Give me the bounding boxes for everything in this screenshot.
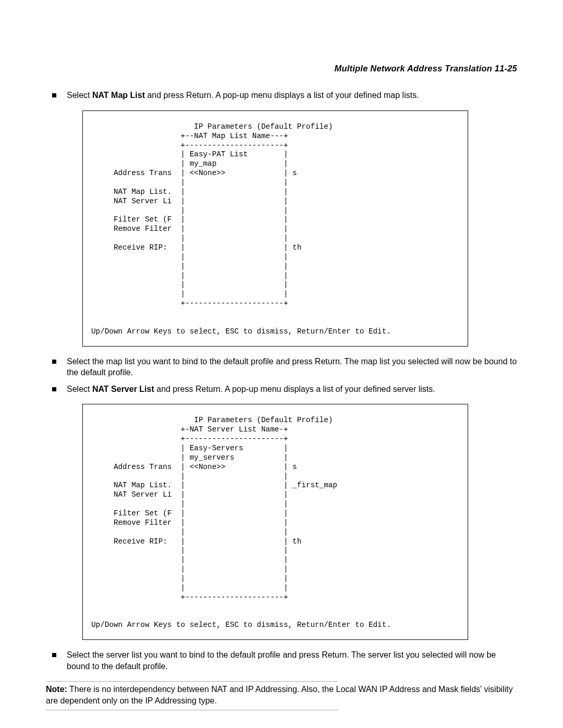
note-rule-bottom — [46, 710, 338, 710]
bullet-text-post: and press Return. A pop-up menu displays… — [154, 385, 435, 393]
note-rule-top — [46, 681, 338, 682]
bullet-list-1: Select NAT Map List and press Return. A … — [46, 90, 517, 101]
note-block: Note: There is no interdependency betwee… — [46, 684, 517, 706]
bullet-text-pre: Select — [67, 385, 92, 393]
bullet-text-pre: Select — [67, 91, 92, 100]
bullet-text: Select the server list you want to bind … — [67, 650, 496, 671]
bullet-item: Select the server list you want to bind … — [46, 649, 517, 672]
bullet-text-bold: NAT Server List — [92, 385, 154, 393]
header-title: Multiple Network Address Translation 11-… — [335, 64, 517, 73]
bullet-text: Select the map list you want to bind to … — [67, 357, 517, 377]
bullet-list-3: Select the server list you want to bind … — [46, 649, 517, 672]
page-container: Multiple Network Address Translation 11-… — [0, 0, 563, 728]
terminal-screenshot-1: IP Parameters (Default Profile) +--NAT M… — [82, 110, 468, 347]
bullet-item: Select the map list you want to bind to … — [46, 356, 517, 378]
page-header: Multiple Network Address Translation 11-… — [46, 63, 517, 74]
note-text: There is no interdependency between NAT … — [46, 685, 513, 705]
bullet-item: Select NAT Server List and press Return.… — [46, 384, 517, 395]
terminal-content: IP Parameters (Default Profile) +--NAT M… — [91, 122, 459, 337]
bullet-text-bold: NAT Map List — [92, 91, 145, 100]
bullet-list-2: Select the map list you want to bind to … — [46, 356, 517, 395]
terminal-content: IP Parameters (Default Profile) +-NAT Se… — [91, 416, 459, 630]
bullet-text-post: and press Return. A pop-up menu displays… — [145, 91, 419, 100]
note-label: Note: — [46, 685, 67, 694]
terminal-screenshot-2: IP Parameters (Default Profile) +-NAT Se… — [82, 404, 468, 640]
bullet-item: Select NAT Map List and press Return. A … — [46, 90, 517, 101]
